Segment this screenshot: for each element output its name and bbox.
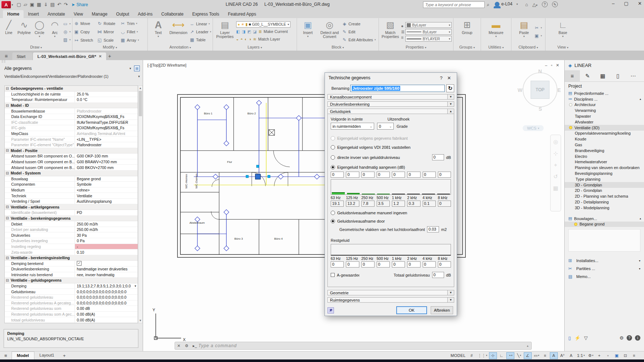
scroll-down-icon[interactable]: ▼ (139, 319, 142, 322)
layer-off-icon[interactable]: ◒ (236, 37, 239, 41)
dialog-title-bar[interactable]: Technische gegevens ? ✕ (325, 73, 457, 83)
tree-item[interactable]: Brandbeveiliging (565, 148, 644, 153)
layer-unlock-icon[interactable]: ◑ (249, 37, 251, 41)
expand-icon[interactable]: ▼ (447, 290, 454, 295)
data-filter-dropdown[interactable]: Alle gegevens ▾ ⊞ (4, 64, 140, 73)
property-value[interactable]: G00 BRAWV+2700 mm (75, 159, 138, 165)
property-row[interactable]: Drukverliesberekening handmatige invoer … (5, 266, 138, 272)
status-toggle[interactable]: ≡ (630, 352, 638, 359)
layer-freeze-tool-icon[interactable]: ◩ (247, 29, 251, 34)
tree-item[interactable]: Afvalwater (565, 119, 644, 125)
status-toggle[interactable]: MODEL (449, 352, 467, 359)
property-row[interactable]: Bouwlaag Begane grond (5, 176, 138, 182)
property-value[interactable]: 0.10 (75, 249, 138, 255)
tree-item[interactable]: Verwarming (565, 108, 644, 113)
property-section-header[interactable]: Ventilatie - geluidsgegevens (5, 278, 62, 282)
property-row[interactable]: Verdeling / Spoel Ausführungsplanung (5, 199, 138, 205)
panel-label-groups[interactable]: Groups▾ (453, 45, 481, 51)
property-row[interactable]: Model - Systeem (5, 171, 138, 176)
luchtdoorlaatfront-input[interactable]: 0.03 (427, 226, 439, 232)
property-row[interactable]: Afstand tussen BR component en O... G00 … (5, 153, 138, 159)
settings-gear-icon[interactable]: ⚙ (619, 335, 624, 341)
window-minimize-button[interactable]: – (612, 1, 615, 6)
radio-afname-door[interactable] (331, 219, 335, 223)
modify-button[interactable]: ✂ Trim ▾ (120, 20, 143, 28)
demping-value-field[interactable]: 19.1 (331, 201, 344, 207)
property-row[interactable]: Geluidsniveau 0.0;0.0;0.0;0.0;0.0;0.0;0.… (5, 289, 138, 295)
circle-button[interactable]: ◯Circle▾ (32, 19, 47, 45)
benaming-input[interactable]: Jetrooster zijde 595/160 (350, 85, 445, 92)
command-line[interactable]: ✕ ⚙ ▸_ Type a command ▴ (175, 342, 532, 350)
restgeluid-input[interactable]: 0 (392, 261, 405, 268)
property-value[interactable]: - (75, 244, 138, 249)
collapse-icon[interactable]: ▲ (447, 109, 454, 114)
property-value[interactable]: nee, invoer handmatig (75, 272, 138, 278)
status-toggle[interactable]: # (468, 352, 476, 359)
status-toggle[interactable]: ⊡ (622, 352, 630, 359)
restgeluid-input[interactable]: 0 (346, 261, 359, 268)
insert-button[interactable]: ▣Insert▾ (298, 19, 317, 45)
layer-unisolate-icon[interactable]: ◨ (242, 29, 245, 34)
tree-item[interactable]: Hemelwaterafvoer (565, 159, 644, 165)
section-ruimtegegevens[interactable]: Ruimtegegevens ▼ (327, 297, 454, 303)
viewcube-top-face[interactable]: TOP (531, 81, 549, 99)
orbit-icon[interactable]: ↺ (553, 173, 558, 180)
share-button[interactable]: ➤ Share (71, 2, 88, 7)
restgeluid-input[interactable]: 0 (377, 261, 390, 268)
tree-item[interactable]: Tapwater (565, 113, 644, 119)
tree-item[interactable]: ≔ Disciplines ... ▴ (565, 96, 644, 102)
section-drukverliesberekening[interactable]: Drukverliesberekening ▼ (327, 101, 454, 107)
property-row[interactable]: Drukverlies 30 Pa (5, 232, 138, 238)
ribbon-tab[interactable]: Add-ins (134, 10, 157, 18)
uitzendhoek-dropdown[interactable]: 0⌄ (377, 123, 394, 130)
search-icon[interactable]: ⌕ (487, 2, 489, 8)
linetype-dropdown[interactable]: ByLayer▾ (405, 29, 452, 35)
property-row[interactable]: Medium <ohne> (5, 188, 138, 193)
collapse-arrow-icon[interactable]: ▾ (639, 267, 644, 270)
collapse-arrow-icon[interactable]: ▾ (639, 259, 644, 262)
ribbon-tab[interactable]: Express Tools (188, 10, 223, 18)
ribbon-tab[interactable]: Featured Apps (223, 10, 260, 18)
property-value[interactable]: 0.0;0.0;0.0;0.0;0.0;0.0;0.0;0.0 (75, 289, 138, 294)
view-cube[interactable]: N W E S TOP (520, 70, 560, 113)
tree-item[interactable]: Begane grond (565, 222, 644, 227)
palette-tab[interactable]: ⋯ (626, 70, 641, 81)
zoom-icon[interactable]: ⌖ (554, 162, 557, 168)
property-row[interactable]: Componenten Symbole (5, 182, 138, 188)
tree-item[interactable]: 2D - Grondplan (565, 188, 644, 194)
feedback-icon[interactable]: ✎ (552, 1, 558, 7)
property-row[interactable]: Luchtvochtigheid in de ruimte 25.0 % (5, 92, 138, 97)
new-document-icon[interactable]: ▯ (568, 335, 571, 341)
panel-label-view[interactable]: View▾ (545, 45, 580, 51)
property-row[interactable]: Resterend geluidsniveau A gecateg... 0.0… (5, 300, 138, 306)
layout-menu-icon[interactable]: ≡ (0, 353, 12, 358)
refresh-button[interactable]: ↻ (446, 84, 454, 92)
property-value[interactable]: 2OXDMsfKsymq$I5X6t$_Fs (75, 125, 138, 131)
palette-help-icon[interactable]: ? (627, 335, 632, 341)
qat-icon[interactable]: ▣ (30, 1, 34, 8)
property-value[interactable]: 0.0;0.0;0.0;0.0;0.0;0.0;0.0;0.0 (75, 295, 138, 300)
property-row[interactable]: Demping 19.1;13.2;7.8;3.5;1.2;0.3;0.1;0.… (5, 283, 138, 289)
panel-label-draw[interactable]: Draw▾ (0, 45, 72, 51)
status-toggle[interactable]: ▫ (604, 352, 612, 359)
user-caret-icon[interactable]: ▾ (517, 3, 518, 6)
status-toggle[interactable]: A° (559, 352, 566, 359)
make-current-button[interactable]: Make Current (264, 29, 288, 34)
radio-afname-manueel[interactable] (331, 211, 335, 215)
modify-button[interactable]: ⋈ Mirror (97, 28, 120, 36)
tree-item[interactable]: Ventilatie (3D) (565, 125, 644, 131)
window-maximize-button[interactable]: ▢ (624, 1, 628, 6)
restgeluid-input[interactable]: 0 (438, 261, 451, 268)
property-row[interactable]: IFC-classificatie IfcAirTerminalType.DIF… (5, 120, 138, 126)
match-layer-icon[interactable]: ≋ (253, 37, 256, 42)
property-section-header[interactable]: Model - Systeem (5, 171, 41, 175)
command-history-icon[interactable]: ▴ (527, 344, 531, 348)
tree-item[interactable]: Planning van sleuven en doorbraken (565, 165, 644, 171)
viewport-restore-icon[interactable]: ▫ (551, 63, 552, 68)
a-gewaardeerd-checkbox[interactable] (331, 273, 335, 277)
demping-value-field[interactable]: 3.5 (377, 201, 390, 207)
qat-icon[interactable]: ⇓ (44, 1, 48, 8)
visibility-bulb-icon[interactable] (574, 223, 577, 226)
app-store-icon[interactable]: ⌂ (525, 2, 528, 7)
ribbon-tab[interactable]: Manage (87, 10, 112, 18)
